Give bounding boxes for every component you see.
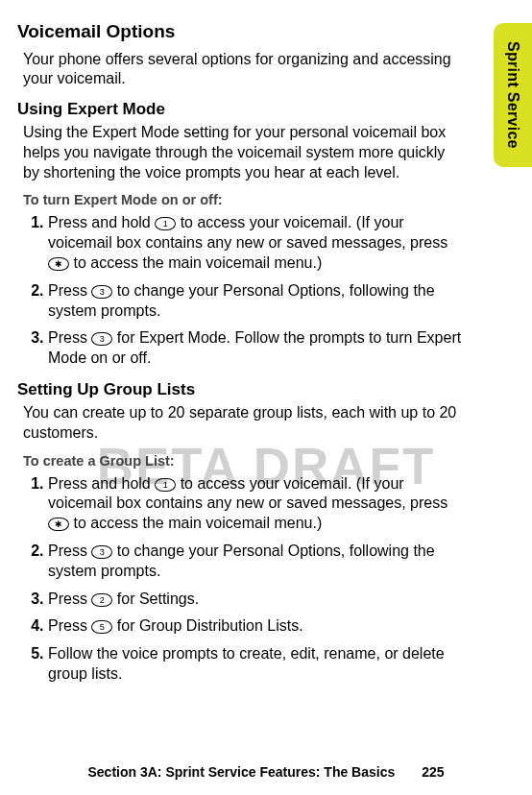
groups-heading: Setting Up Group Lists xyxy=(17,380,494,399)
groups-instr-head: To create a Group List: xyxy=(23,453,494,469)
list-item: Follow the voice prompts to create, edit… xyxy=(48,644,465,685)
expert-body: Using the Expert Mode setting for your p… xyxy=(17,123,494,182)
list-item: Press 3 to change your Personal Options,… xyxy=(48,542,465,582)
page-title: Voicemail Options xyxy=(17,21,494,42)
list-item: Press and hold 1 to access your voicemai… xyxy=(48,213,465,273)
key-2-icon: 2 xyxy=(91,593,112,607)
key-5-icon: 5 xyxy=(91,620,112,634)
expert-instr-head: To turn Expert Mode on or off: xyxy=(23,192,494,207)
list-item: Press 5 for Group Distribution Lists. xyxy=(48,616,465,637)
key-star-icon: ✱ xyxy=(48,518,69,531)
key-3-icon: 3 xyxy=(91,332,112,346)
page-content: Voicemail Options Your phone offers seve… xyxy=(0,0,532,706)
expert-heading: Using Expert Mode xyxy=(17,100,494,119)
footer-section: Section 3A: Sprint Service Features: The… xyxy=(87,764,395,780)
key-1-icon: 1 xyxy=(155,217,176,230)
key-star-icon: ✱ xyxy=(48,257,69,271)
list-item: Press 3 to change your Personal Options,… xyxy=(48,281,465,322)
expert-steps: Press and hold 1 to access your voicemai… xyxy=(23,213,465,369)
key-3-icon: 3 xyxy=(91,285,112,299)
list-item: Press and hold 1 to access your voicemai… xyxy=(48,474,465,534)
key-3-icon: 3 xyxy=(91,545,112,559)
key-1-icon: 1 xyxy=(155,478,176,492)
list-item: Press 2 for Settings. xyxy=(48,590,465,610)
page-footer: Section 3A: Sprint Service Features: The… xyxy=(0,764,532,780)
groups-steps: Press and hold 1 to access your voicemai… xyxy=(23,474,465,685)
list-item: Press 3 for Expert Mode. Follow the prom… xyxy=(48,328,465,369)
groups-body: You can create up to 20 separate group l… xyxy=(17,403,494,444)
footer-page-number: 225 xyxy=(422,764,444,780)
lead-paragraph: Your phone offers several options for or… xyxy=(17,50,494,88)
